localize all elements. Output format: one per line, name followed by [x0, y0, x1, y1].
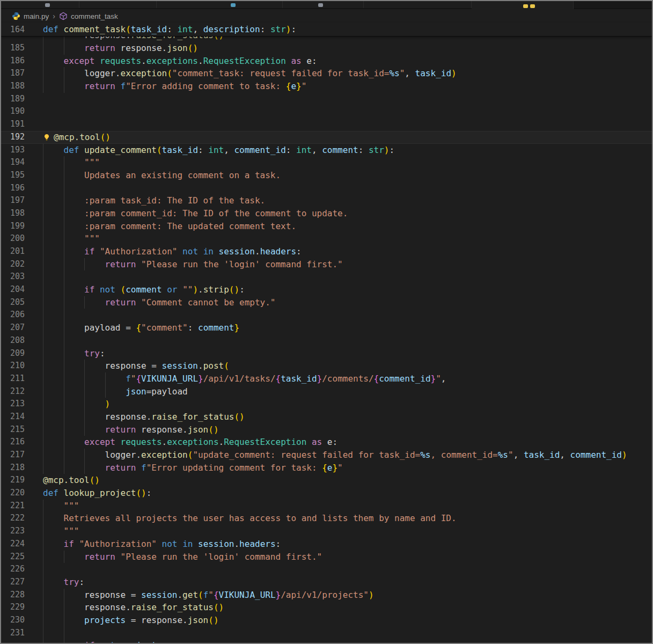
line-number[interactable]: 202: [1, 258, 25, 271]
breadcrumb-file[interactable]: main.py: [24, 12, 49, 20]
editor-tab[interactable]: [1, 1, 79, 8]
line-number[interactable]: 203: [1, 270, 25, 283]
code-line-186[interactable]: 186 except requests.exceptions.RequestEx…: [1, 55, 652, 68]
line-number[interactable]: 201: [1, 245, 25, 258]
code-line-190[interactable]: 190: [1, 105, 652, 118]
line-number[interactable]: 216: [1, 436, 25, 449]
sticky-scroll-line[interactable]: 164def comment_task(task_id: int, descri…: [1, 23, 652, 36]
line-number[interactable]: 205: [1, 296, 25, 309]
line-number[interactable]: 224: [1, 538, 25, 551]
line-number[interactable]: 197: [1, 194, 25, 207]
line-number[interactable]: 186: [1, 55, 25, 68]
code-line-partial[interactable]: response.raise_for_status(): [1, 36, 652, 42]
editor-tab[interactable]: [283, 1, 364, 8]
code-line-187[interactable]: 187 logger.exception("comment_task: requ…: [1, 67, 652, 80]
line-number[interactable]: 192: [1, 131, 25, 144]
line-number[interactable]: 223: [1, 525, 25, 538]
breadcrumb-symbol[interactable]: comment_task: [71, 12, 118, 20]
code-line-221[interactable]: 221 """: [1, 500, 652, 513]
line-number[interactable]: 187: [1, 67, 25, 80]
line-number[interactable]: 209: [1, 347, 25, 360]
line-number[interactable]: 221: [1, 500, 25, 513]
line-number[interactable]: 211: [1, 372, 25, 385]
code-line-228[interactable]: 228 response = session.get(f"{VIKUNJA_UR…: [1, 589, 652, 602]
code-line-205[interactable]: 205 return "Comment cannot be empty.": [1, 296, 652, 309]
code-line-197[interactable]: 197 :param task_id: The ID of the task.: [1, 194, 652, 207]
code-line-189[interactable]: 189: [1, 93, 652, 106]
code-line-225[interactable]: 225 return "Please run the 'login' comma…: [1, 551, 652, 564]
line-number[interactable]: 213: [1, 398, 25, 411]
code-line-223[interactable]: 223 """: [1, 525, 652, 538]
code-line-229[interactable]: 229 response.raise_for_status(): [1, 601, 652, 614]
code-line-188[interactable]: 188 return f"Error adding comment to tas…: [1, 80, 652, 93]
code-line-195[interactable]: 195 Updates an existing comment on a tas…: [1, 169, 652, 182]
code-line-209[interactable]: 209 try:: [1, 347, 652, 360]
line-number[interactable]: 194: [1, 156, 25, 169]
line-number[interactable]: 204: [1, 283, 25, 296]
line-number[interactable]: 185: [1, 42, 25, 55]
line-number[interactable]: 193: [1, 144, 25, 157]
code-line-partial[interactable]: if not projects:: [1, 639, 652, 644]
line-number[interactable]: 189: [1, 93, 25, 106]
line-number[interactable]: 227: [1, 576, 25, 589]
line-number[interactable]: 214: [1, 411, 25, 423]
code-line-218[interactable]: 218 return f"Error updating comment for …: [1, 462, 652, 474]
code-line-231[interactable]: 231: [1, 627, 652, 640]
line-number[interactable]: 222: [1, 512, 25, 525]
code-line-207[interactable]: 207 payload = {"comment": comment}: [1, 321, 652, 334]
code-line-216[interactable]: 216 except requests.exceptions.RequestEx…: [1, 436, 652, 449]
code-line-206[interactable]: 206: [1, 309, 652, 321]
code-line-211[interactable]: 211 f"{VIKUNJA_URL}/api/v1/tasks/{task_i…: [1, 372, 652, 385]
code-line-202[interactable]: 202 return "Please run the 'login' comma…: [1, 258, 652, 271]
code-line-212[interactable]: 212 json=payload: [1, 385, 652, 398]
sticky-line-code[interactable]: def comment_task(task_id: int, descripti…: [43, 23, 652, 36]
line-number[interactable]: 208: [1, 334, 25, 347]
line-number[interactable]: 219: [1, 474, 25, 487]
code-line-198[interactable]: 198 :param comment_id: The ID of the com…: [1, 207, 652, 220]
code-line-224[interactable]: 224 if "Authorization" not in session.he…: [1, 538, 652, 551]
code-line-203[interactable]: 203: [1, 270, 652, 283]
editor-tab[interactable]: [79, 1, 157, 8]
line-number[interactable]: 188: [1, 80, 25, 93]
line-number[interactable]: 229: [1, 601, 25, 614]
editor-tab[interactable]: [472, 1, 574, 9]
line-number[interactable]: 212: [1, 385, 25, 398]
line-number[interactable]: 195: [1, 169, 25, 182]
line-number[interactable]: 190: [1, 105, 25, 118]
editor-tab[interactable]: [364, 1, 472, 8]
code-line-196[interactable]: 196: [1, 182, 652, 195]
line-number[interactable]: 220: [1, 487, 25, 500]
code-line-214[interactable]: 214 response.raise_for_status(): [1, 411, 652, 423]
code-line-191[interactable]: 191: [1, 118, 652, 131]
code-line-217[interactable]: 217 logger.exception("update_comment: re…: [1, 449, 652, 462]
code-line-213[interactable]: 213 ): [1, 398, 652, 411]
line-number[interactable]: 206: [1, 309, 25, 321]
line-number[interactable]: 200: [1, 232, 25, 245]
code-line-193[interactable]: 193 def update_comment(task_id: int, com…: [1, 144, 652, 157]
line-number[interactable]: 225: [1, 551, 25, 564]
code-line-201[interactable]: 201 if "Authorization" not in session.he…: [1, 245, 652, 258]
code-line-219[interactable]: 219@mcp.tool(): [1, 474, 652, 487]
code-line-200[interactable]: 200 """: [1, 232, 652, 245]
line-number[interactable]: 198: [1, 207, 25, 220]
line-number[interactable]: 199: [1, 220, 25, 233]
line-number[interactable]: 231: [1, 627, 25, 640]
line-number[interactable]: 226: [1, 563, 25, 576]
line-number[interactable]: 215: [1, 423, 25, 436]
code-line-222[interactable]: 222 Retrieves all projects the user has …: [1, 512, 652, 525]
editor-tab[interactable]: [157, 1, 283, 8]
code-line-194[interactable]: 194 """: [1, 156, 652, 169]
code-line-227[interactable]: 227 try:: [1, 576, 652, 589]
code-line-215[interactable]: 215 return response.json(): [1, 423, 652, 436]
code-line-199[interactable]: 199 :param comment: The updated comment …: [1, 220, 652, 233]
line-number[interactable]: 191: [1, 118, 25, 131]
line-number[interactable]: 207: [1, 321, 25, 334]
line-number[interactable]: 217: [1, 449, 25, 462]
code-line-226[interactable]: 226: [1, 563, 652, 576]
code-line-220[interactable]: 220def lookup_project():: [1, 487, 652, 500]
line-number[interactable]: 218: [1, 462, 25, 474]
lightbulb-icon[interactable]: [43, 132, 50, 140]
line-number[interactable]: 196: [1, 182, 25, 195]
code-line-204[interactable]: 204 if not (comment or "").strip():: [1, 283, 652, 296]
line-number[interactable]: 210: [1, 360, 25, 372]
